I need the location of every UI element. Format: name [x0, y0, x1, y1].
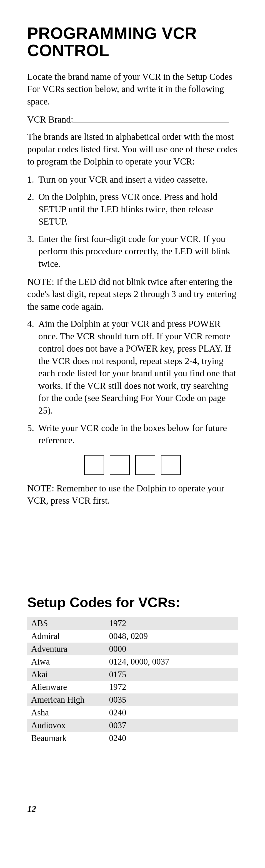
note-1: NOTE: If the LED did not blink twice aft…: [27, 276, 238, 313]
table-row: Asha0240: [27, 706, 238, 719]
codes-cell: 1972: [105, 681, 238, 693]
brand-cell: Aiwa: [27, 655, 105, 668]
step-number: 4.: [27, 318, 38, 416]
step-item: 5.Write your VCR code in the boxes below…: [27, 422, 238, 447]
codes-cell: 0240: [105, 732, 238, 745]
step-item: 1.Turn on your VCR and insert a video ca…: [27, 174, 238, 186]
step-text: Aim the Dolphin at your VCR and press PO…: [38, 318, 238, 416]
step-item: 3.Enter the first four-digit code for yo…: [27, 233, 238, 270]
step-number: 3.: [27, 233, 38, 270]
step-text: Write your VCR code in the boxes below f…: [38, 422, 238, 447]
brand-cell: Alienware: [27, 681, 105, 693]
brand-cell: American High: [27, 693, 105, 706]
code-box: [161, 455, 181, 475]
brand-cell: Akai: [27, 668, 105, 681]
step-text: Enter the first four-digit code for your…: [38, 233, 238, 270]
codes-cell: 0000: [105, 643, 238, 655]
table-row: Akai0175: [27, 668, 238, 681]
section-title: PROGRAMMING VCR CONTROL: [27, 25, 238, 60]
brand-cell: Beaumark: [27, 732, 105, 745]
step-number: 5.: [27, 422, 38, 447]
intro-paragraph: Locate the brand name of your VCR in the…: [27, 71, 238, 108]
brand-input-line: VCR Brand:: [27, 114, 238, 126]
code-box: [110, 455, 130, 475]
step-item: 2.On the Dolphin, press VCR once. Press …: [27, 191, 238, 228]
step-number: 2.: [27, 191, 38, 228]
steps-list-b: 4.Aim the Dolphin at your VCR and press …: [27, 318, 238, 446]
codes-cell: 0048, 0209: [105, 630, 238, 643]
brand-cell: Asha: [27, 706, 105, 719]
table-row: Alienware1972: [27, 681, 238, 693]
brand-cell: Adventura: [27, 643, 105, 655]
codes-cell: 0037: [105, 719, 238, 732]
table-row: Beaumark0240: [27, 732, 238, 745]
brand-cell: Audiovox: [27, 719, 105, 732]
table-row: ABS1972: [27, 617, 238, 630]
codes-cell: 0175: [105, 668, 238, 681]
table-row: Audiovox0037: [27, 719, 238, 732]
brands-paragraph: The brands are listed in alphabetical or…: [27, 131, 238, 168]
code-box: [84, 455, 104, 475]
table-row: Aiwa0124, 0000, 0037: [27, 655, 238, 668]
note-2: NOTE: Remember to use the Dolphin to ope…: [27, 482, 238, 507]
table-row: American High0035: [27, 693, 238, 706]
step-number: 1.: [27, 174, 38, 186]
table-row: Adventura0000: [27, 643, 238, 655]
brand-cell: Admiral: [27, 630, 105, 643]
setup-codes-table: ABS1972Admiral0048, 0209Adventura0000Aiw…: [27, 617, 238, 744]
step-item: 4.Aim the Dolphin at your VCR and press …: [27, 318, 238, 416]
codes-cell: 0240: [105, 706, 238, 719]
code-boxes: [27, 455, 238, 475]
brand-cell: ABS: [27, 617, 105, 630]
codes-cell: 0035: [105, 693, 238, 706]
page-number: 12: [27, 803, 238, 815]
codes-cell: 1972: [105, 617, 238, 630]
brand-label: VCR Brand:: [27, 114, 73, 126]
brand-underline: [73, 114, 229, 123]
codes-cell: 0124, 0000, 0037: [105, 655, 238, 668]
step-text: On the Dolphin, press VCR once. Press an…: [38, 191, 238, 228]
setup-codes-title: Setup Codes for VCRs:: [27, 595, 238, 610]
steps-list-a: 1.Turn on your VCR and insert a video ca…: [27, 174, 238, 270]
step-text: Turn on your VCR and insert a video cass…: [38, 174, 238, 186]
table-row: Admiral0048, 0209: [27, 630, 238, 643]
code-box: [135, 455, 155, 475]
